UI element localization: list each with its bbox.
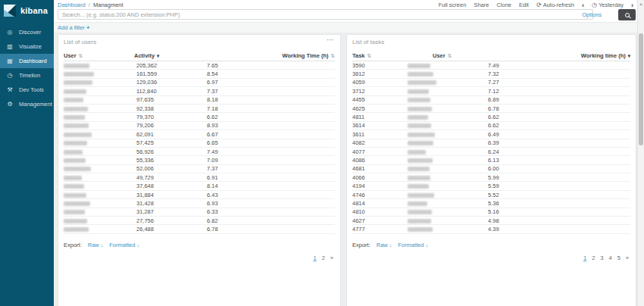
export-link[interactable]: Raw↓ (88, 242, 104, 248)
task-cell: 4077 (352, 148, 408, 155)
page-item[interactable]: 5 (617, 254, 621, 261)
working-time-cell: 7.37 (207, 88, 335, 95)
redacted-user-name (64, 210, 85, 214)
task-cell: 3712 (352, 88, 408, 95)
tasks-table: Task⇅ User⇅ Working time (h)▾ 3590 (352, 52, 630, 234)
panel-menu-icon[interactable]: ⋯ (327, 36, 335, 44)
working-time-cell: 6.78 (488, 105, 630, 112)
user-cell (408, 96, 488, 103)
table-row: 55,336 7.09 (64, 156, 335, 164)
add-filter-button[interactable]: Add a filter + (58, 24, 89, 31)
sidebar-item[interactable]: ◷ Timelion (0, 68, 54, 83)
sidebar-item[interactable]: ◎ Discover (0, 25, 54, 39)
sidebar-item[interactable]: ▦ Dashboard (0, 54, 54, 68)
search-input[interactable] (58, 9, 593, 20)
column-header[interactable]: Working Time (h)⇅ (283, 52, 335, 59)
working-time-cell: 8.14 (207, 183, 335, 189)
page-item[interactable]: 2 (592, 254, 595, 261)
column-header[interactable]: User⇅ (433, 52, 581, 59)
tasks-pagination: 1 2 3 4 5 » (347, 254, 629, 261)
task-cell: 3611 (352, 131, 408, 138)
search-button[interactable] (618, 9, 636, 20)
sidebar-item[interactable]: ▥ Visualize (0, 39, 54, 54)
column-header[interactable]: Activity▾ (134, 52, 283, 59)
redacted-user-name (408, 98, 430, 102)
sort-icon: ▾ (157, 53, 159, 58)
user-cell (64, 200, 136, 207)
working-time-cell: 5.59 (488, 183, 630, 189)
working-time-cell: 6.89 (488, 96, 630, 103)
scrollbar-thumb[interactable] (639, 33, 643, 145)
export-row: Export: Raw↓ Formatted↓ (64, 242, 335, 248)
scrollbar-up-arrow[interactable]: ▴ (638, 1, 644, 6)
redacted-user-name (64, 219, 87, 223)
export-link[interactable]: Formatted↓ (398, 242, 428, 248)
user-cell (64, 105, 136, 112)
page-item[interactable]: 4 (608, 254, 611, 261)
activity-cell: 57,425 (136, 139, 207, 146)
page-item[interactable]: 1 (583, 254, 586, 261)
sidebar-item-label: Dashboard (19, 58, 47, 64)
page-item[interactable]: » (626, 254, 629, 261)
download-icon: ↓ (101, 242, 104, 248)
page-item[interactable]: 3 (600, 254, 603, 261)
table-row: 3612 7.32 (352, 70, 630, 78)
page-item[interactable]: 2 (322, 254, 325, 261)
redacted-user-name (408, 107, 432, 111)
redacted-user-name (408, 193, 434, 198)
user-cell (64, 62, 136, 69)
column-header[interactable]: Task⇅ (352, 52, 433, 59)
top-nav-link[interactable]: Full screen (439, 2, 467, 8)
working-time-cell: 4.98 (488, 217, 630, 224)
breadcrumb-dashboard-link[interactable]: Dashboard (58, 2, 86, 8)
column-header[interactable]: Working time (h)▾ (581, 52, 630, 59)
table-row: 4625 6.78 (352, 105, 630, 113)
panel-head: List of users ⋯ (58, 35, 340, 45)
export-link[interactable]: Raw↓ (377, 242, 392, 248)
export-label: Export: (64, 242, 82, 248)
sidebar-item[interactable]: ⚒ Dev Tools (0, 83, 54, 97)
top-nav-link[interactable]: Edit (519, 2, 529, 8)
options-link[interactable]: Options (582, 11, 602, 18)
sort-icon: ▾ (628, 53, 630, 58)
add-filter-label: Add a filter (58, 24, 86, 31)
gear-icon: ⚙ (6, 101, 14, 108)
working-time-cell: 6.65 (207, 139, 335, 146)
user-cell (64, 208, 136, 215)
table-row: 3614 6.62 (352, 122, 630, 130)
sidebar: kibana ◎ Discover ▥ Visualize ▦ Dashboar… (0, 0, 54, 306)
export-link[interactable]: Formatted↓ (109, 242, 139, 248)
task-cell: 4681 (352, 165, 408, 172)
user-cell (408, 200, 488, 207)
export-link-label: Formatted (109, 242, 135, 248)
redacted-user-name (64, 123, 89, 128)
redacted-user-name (408, 219, 431, 223)
time-picker-button[interactable]: ◷Yesterday (592, 2, 624, 8)
scrollbar-track[interactable]: ▴ (637, 0, 644, 306)
plus-icon: + (86, 24, 89, 31)
users-table-body: 205,362 7.65 161,559 8.54 (64, 61, 335, 234)
page-item[interactable]: 1 (313, 254, 316, 261)
redacted-user-name (408, 80, 436, 85)
working-time-cell: 7.27 (488, 79, 630, 86)
user-cell (408, 62, 488, 69)
table-row: 49,729 6.91 (64, 173, 335, 182)
time-prev-button[interactable]: ‹ (582, 2, 584, 8)
kibana-logo[interactable]: kibana (0, 0, 54, 20)
auto-refresh-button[interactable]: ⟳Auto-refresh (536, 2, 574, 8)
dashboard-content: List of users ⋯ User⇅ Activity▾ Working … (54, 33, 644, 306)
table-row: 4627 4.98 (352, 217, 630, 225)
user-cell (64, 122, 136, 129)
table-row: 4777 4.39 (352, 225, 630, 233)
top-nav-link[interactable]: Clone (496, 2, 511, 8)
time-next-button[interactable]: › (631, 2, 633, 8)
working-time-cell: 6.49 (488, 131, 630, 138)
redacted-user-name (408, 158, 433, 163)
column-header[interactable]: User⇅ (64, 52, 134, 59)
page-item[interactable]: » (330, 254, 333, 261)
table-row: 62,091 6.67 (64, 130, 335, 139)
top-nav-link[interactable]: Share (474, 2, 489, 8)
sidebar-item[interactable]: ⚙ Management (0, 97, 54, 111)
task-cell: 4627 (352, 217, 408, 224)
redacted-user-name (64, 64, 89, 68)
